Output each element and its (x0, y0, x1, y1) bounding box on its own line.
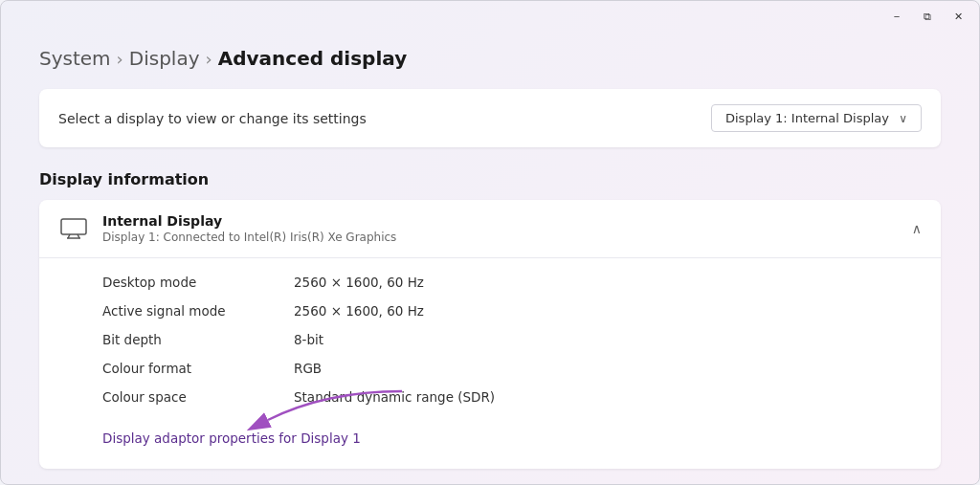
restore-button[interactable]: ⧉ (914, 7, 941, 26)
breadcrumb-system[interactable]: System (39, 47, 111, 70)
chevron-down-icon: ∨ (899, 112, 907, 125)
info-card: Internal Display Display 1: Connected to… (39, 200, 941, 469)
title-bar: − ⧉ ✕ (1, 1, 979, 32)
content-area: System › Display › Advanced display Sele… (1, 32, 979, 484)
display-dropdown-value: Display 1: Internal Display (725, 111, 889, 125)
adapter-link[interactable]: Display adaptor properties for Display 1 (102, 424, 361, 452)
info-card-text: Internal Display Display 1: Connected to… (102, 213, 396, 244)
breadcrumb-separator-2: › (206, 49, 212, 69)
row-label-bit-depth: Bit depth (102, 332, 256, 347)
settings-window: − ⧉ ✕ System › Display › Advanced displa… (0, 0, 980, 485)
section-title: Display information (39, 170, 941, 188)
breadcrumb-display[interactable]: Display (129, 47, 200, 70)
svg-rect-0 (61, 219, 86, 234)
minimize-button[interactable]: − (883, 7, 910, 26)
row-label-signal-mode: Active signal mode (102, 303, 256, 319)
collapse-icon: ∧ (912, 221, 922, 236)
display-information-section: Display information (39, 170, 941, 469)
info-card-title: Internal Display (102, 213, 396, 229)
row-value-desktop-mode: 2560 × 1600, 60 Hz (294, 275, 424, 290)
row-label-desktop-mode: Desktop mode (102, 275, 256, 290)
breadcrumb: System › Display › Advanced display (39, 47, 941, 70)
info-card-subtitle: Display 1: Connected to Intel(R) Iris(R)… (102, 231, 396, 244)
page-title: Advanced display (218, 47, 407, 70)
display-selector-label: Select a display to view or change its s… (58, 111, 367, 126)
row-value-signal-mode: 2560 × 1600, 60 Hz (294, 303, 424, 319)
adapter-link-row: Display adaptor properties for Display 1 (102, 411, 922, 459)
table-row: Desktop mode 2560 × 1600, 60 Hz (102, 268, 922, 297)
row-label-colour-format: Colour format (102, 361, 256, 376)
info-rows: Desktop mode 2560 × 1600, 60 Hz Active s… (39, 258, 941, 469)
breadcrumb-separator-1: › (117, 49, 123, 69)
info-card-header-left: Internal Display Display 1: Connected to… (58, 213, 396, 244)
table-row: Bit depth 8-bit (102, 325, 922, 354)
table-row: Colour format RGB (102, 354, 922, 383)
row-value-bit-depth: 8-bit (294, 332, 323, 347)
display-selector-card: Select a display to view or change its s… (39, 89, 941, 147)
table-row: Active signal mode 2560 × 1600, 60 Hz (102, 297, 922, 325)
row-value-colour-space: Standard dynamic range (SDR) (294, 389, 495, 405)
display-dropdown[interactable]: Display 1: Internal Display ∨ (711, 104, 922, 132)
table-row: Colour space Standard dynamic range (SDR… (102, 383, 922, 411)
row-value-colour-format: RGB (294, 361, 322, 376)
close-button[interactable]: ✕ (945, 7, 971, 26)
row-label-colour-space: Colour space (102, 389, 256, 405)
monitor-icon (58, 217, 89, 240)
info-card-header[interactable]: Internal Display Display 1: Connected to… (39, 200, 941, 258)
